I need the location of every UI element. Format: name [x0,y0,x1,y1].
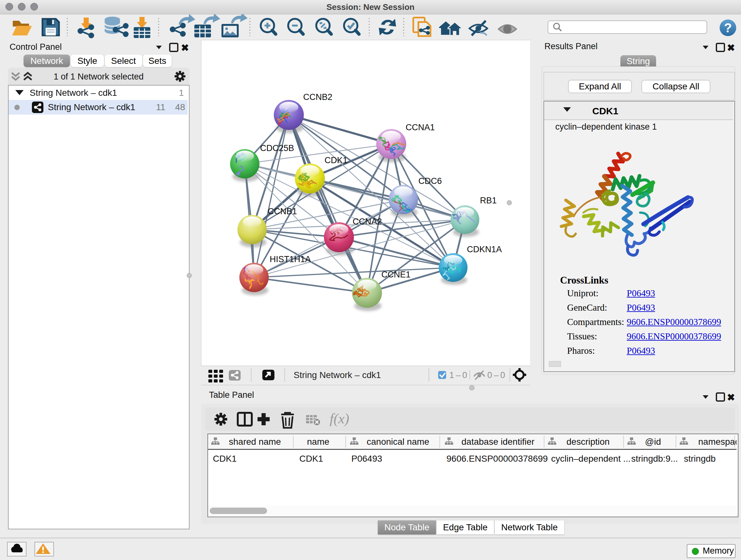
svg-text:@id: @id [645,437,661,447]
svg-text:f(x): f(x) [330,411,349,427]
svg-text:stringdb: stringdb [684,454,716,463]
svg-text:1 of 1 Network selected: 1 of 1 Network selected [54,72,144,81]
svg-text:CDC6: CDC6 [418,176,442,186]
svg-text:database identifier: database identifier [461,437,535,447]
svg-text:String Network – cdk1: String Network – cdk1 [293,370,381,380]
svg-text:RB1: RB1 [480,196,497,205]
svg-text:CCNB1: CCNB1 [268,206,297,216]
svg-text:description: description [566,437,610,447]
svg-text:cyclin–dependent ...: cyclin–dependent ... [551,454,630,463]
svg-text:CDK1: CDK1 [299,454,323,463]
svg-text:CDKN1A: CDKN1A [467,245,502,254]
svg-text:CCNE1: CCNE1 [381,270,411,279]
svg-text:shared name: shared name [229,437,281,447]
svg-text:HIST1H1A: HIST1H1A [270,254,311,264]
svg-text:namespac: namespac [698,437,737,447]
svg-text:CDC25B: CDC25B [260,143,294,153]
svg-text:1 – 0: 1 – 0 [449,370,467,380]
svg-text:CDK1: CDK1 [213,454,237,463]
svg-text:canonical name: canonical name [367,437,429,447]
svg-text:stringdb:9...: stringdb:9... [631,454,678,463]
svg-text:name: name [307,437,329,447]
svg-text:CCNA1: CCNA1 [406,123,435,132]
svg-text:P06493: P06493 [351,454,382,463]
svg-text:CCNB2: CCNB2 [303,92,333,102]
svg-text:?: ? [724,21,732,35]
svg-text:0 – 0: 0 – 0 [487,370,505,380]
svg-text:CDK1: CDK1 [325,155,347,165]
svg-text:9606.ENSP00000378699: 9606.ENSP00000378699 [447,454,548,463]
svg-text:CCNA2: CCNA2 [353,217,382,226]
